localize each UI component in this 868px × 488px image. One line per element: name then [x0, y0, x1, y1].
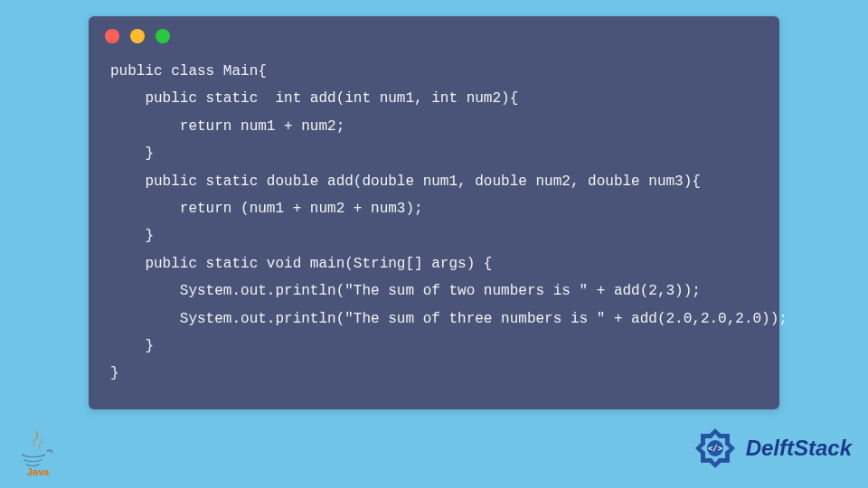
window-titlebar	[89, 16, 779, 52]
svg-text:</>: </>	[707, 444, 722, 453]
java-logo-icon: Java	[11, 423, 65, 477]
delftstack-logo-icon: </>	[692, 425, 739, 472]
close-icon[interactable]	[105, 29, 119, 43]
delftstack-brand: </> DelftStack	[692, 425, 852, 472]
delftstack-label: DelftStack	[746, 436, 852, 461]
code-content: public class Main{ public static int add…	[89, 52, 779, 397]
minimize-icon[interactable]	[130, 29, 145, 43]
svg-text:Java: Java	[27, 466, 50, 477]
maximize-icon[interactable]	[156, 29, 170, 43]
code-window: public class Main{ public static int add…	[89, 16, 779, 409]
